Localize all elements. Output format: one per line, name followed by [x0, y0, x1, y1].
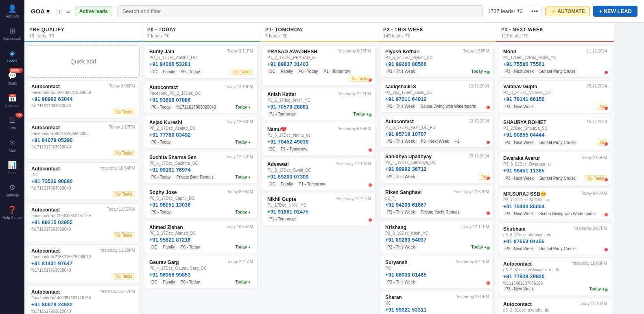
active-leads-button[interactable]: Active leads [75, 7, 112, 16]
menu-icon[interactable]: ≡ [66, 8, 70, 15]
table-row[interactable]: Namu❤️ Yesterday 6:59PM P1_6_17Dec_Namu_… [263, 123, 375, 155]
card-phone[interactable]: +91 91661 02475 [267, 209, 371, 215]
table-row[interactable]: Autocontact Yesterday 11:47PM Facebook №… [27, 286, 140, 314]
card-name: Mohit [503, 49, 516, 55]
table-row[interactable]: Autocontact Today 10:13AM p3_2_31dec_axe… [499, 298, 611, 314]
table-row[interactable]: Ahmed Zishan Today 10:54AM P0_2_17Dec_Ah… [145, 221, 258, 253]
table-row[interactable]: Autocontact 13.12.2024 P1_6_17Dec_yash_D… [381, 115, 493, 148]
table-row[interactable]: Shubham Yesterday 2:07PM p3_8_27dec_shub… [499, 222, 611, 255]
card-phone[interactable]: +91 87553 91456 [503, 238, 607, 244]
table-row[interactable]: Autocontact Today 11:57AM Facebook №1096… [27, 203, 140, 242]
table-row[interactable]: Autocontact Today 12:19PM Facebook_P0_2_… [145, 81, 258, 113]
card-phone[interactable]: +91 93808 07886 [149, 97, 253, 103]
table-row[interactable]: Autocontact Yesterday 11:29PM Facebook №… [27, 244, 140, 283]
table-row[interactable]: Suchita Sharma Sen Today 12:27PM P0_4_17… [145, 151, 258, 183]
card-phone[interactable]: +91 97011 64912 [385, 96, 489, 102]
card-phone[interactable]: +91 70403 85004 [503, 203, 607, 209]
card-phone[interactable]: +91 70578 28881 [267, 104, 371, 110]
table-row[interactable]: Autocontact Today 1:17PM Facebook №96315… [27, 121, 140, 160]
sidebar-item-calendar[interactable]: 📅 Calendar [0, 89, 24, 112]
card-phone[interactable]: +91 84079 05290 [31, 137, 135, 143]
table-row[interactable]: Vaibhav Gupta 15.12.2024 P3_8_24Dec_Vaib… [499, 80, 611, 113]
card-phone[interactable]: +91 78141 66150 [503, 96, 607, 102]
card-tag: Sunset Party Cruise [537, 176, 578, 181]
lists-icon: ☰ [9, 116, 15, 125]
card-phone[interactable]: +91 77838 29930 [503, 273, 607, 279]
table-row[interactable]: Gaurav Garg Today 2:21AM P0_4_17Dec_Gaur… [145, 256, 258, 288]
table-row[interactable]: Sharan Yesterday 2:03PM YC +91 99021 533… [381, 291, 493, 314]
table-row[interactable]: MR.SURAJ SSB😊 Today 9:47AM P3_7_22Dec_SU… [499, 188, 611, 220]
card-tag: Family [161, 69, 177, 74]
task-badge: No Tasks [231, 69, 253, 75]
card-phone[interactable]: +91 73536 90680 [31, 178, 135, 184]
card-phone[interactable]: +91 70452 49039 [267, 139, 371, 145]
card-phone[interactable]: +91 81431 97647 [31, 260, 135, 266]
table-row[interactable]: Dwaraka Avarur Today 2:05PM P3_3_22Dec_D… [499, 152, 611, 185]
table-row[interactable]: Anish Kattar Yesterday 2:22PM P1_2_17dec… [263, 88, 375, 120]
sidebar-item-mail[interactable]: ✉ Mail [0, 134, 24, 157]
card-time: Yesterday 11:47PM [100, 289, 135, 294]
sidebar-item-chats[interactable]: 💬 9999+ Chats [0, 67, 24, 89]
sidebar-item-account[interactable]: 👤 Account [0, 0, 24, 22]
table-row[interactable]: Autocontact Today 3:08PM Facebook №11067… [27, 80, 140, 119]
table-row[interactable]: Asjad Kureshi Today 12:00PM P0_2_17Dec_A… [145, 116, 258, 148]
table-row[interactable]: PRASAD AWADHESH Yesterday 6:36PM P1_2_17… [263, 45, 375, 85]
card-fb: fb1711617963020040 [31, 145, 135, 149]
card-phone[interactable]: +91 94066 53281 [149, 61, 253, 67]
table-row[interactable]: SHAURYA ROHIET 15.12.2024 P3_27Dec_Shaur… [499, 116, 611, 149]
search-input[interactable] [117, 5, 483, 17]
table-row[interactable]: Advswati Yesterday 11:10AM P1_2_17Dec_Sw… [263, 158, 375, 190]
card-phone[interactable]: +91 89280 54037 [385, 237, 489, 243]
card-id: Facebook_P0_2_17Dec_DC [149, 91, 253, 96]
workspace-name[interactable]: GOA ▾ [31, 8, 50, 15]
more-options-button[interactable]: ••• [528, 6, 542, 17]
card-phone[interactable]: +91 99215 03955 [31, 219, 135, 225]
card-name: Shubham [503, 226, 526, 232]
table-row[interactable]: Sophy Jose Today 8:58AM P0_5_17Dec_Sophy… [145, 186, 258, 218]
col-subtitle-pre-qualify: 13 leads: ₹0 [29, 33, 137, 39]
card-phone[interactable]: +91 95718 10707 [385, 131, 489, 137]
table-row[interactable]: Autocontact Yesterday 10:08PM p3_2_31dec… [499, 257, 611, 295]
table-row[interactable]: sadiqshaik18 12.12.2024 P2_2px_17dec_sad… [381, 80, 493, 113]
sidebar-item-lists[interactable]: ☰ 7k Lists [0, 112, 24, 134]
card-phone[interactable]: +91 77780 83492 [149, 132, 253, 138]
new-lead-button[interactable]: + NEW LEAD [593, 6, 637, 17]
card-phone[interactable]: +91 80979 24932 [31, 301, 135, 307]
sidebar-item-dashboard[interactable]: ⊞ Dashboard [0, 22, 24, 45]
table-row[interactable]: Piyush Kothari Today 1:58PM P2_6_24DEC_P… [381, 45, 493, 78]
sidebar-item-help[interactable]: ❓ Help Center [0, 201, 24, 224]
card-phone[interactable]: +91 99021 53311 [385, 307, 489, 313]
automate-button[interactable]: ⚡ AUTOMATE [545, 7, 590, 16]
sidebar-item-settings[interactable]: ⚙ Settings [0, 179, 24, 201]
card-phone[interactable]: +91 94299 61667 [385, 202, 489, 208]
card-phone[interactable]: +91 99266 88566 [385, 61, 489, 67]
bar-chart-icon[interactable]: |↕| [56, 8, 63, 15]
card-phone[interactable]: +91 95821 87216 [149, 237, 253, 243]
col-header-p3: P3 - NEXT WEEK 113 leads: ₹0 [496, 23, 614, 42]
card-name: Suryansh [385, 259, 408, 265]
card-phone[interactable]: +91 96051 13036 [149, 202, 253, 208]
card-phone[interactable]: +91 89200 07309 [267, 174, 371, 180]
card-phone[interactable]: +91 90855 04444 [503, 132, 607, 138]
table-row[interactable]: Sanidhya Upadhyay 15.12.2024 P2_4_19Dec_… [381, 150, 493, 183]
table-row[interactable]: Riken Sanghavi Yesterday 12:52PM p2_7_ +… [381, 186, 493, 218]
sidebar-item-leads[interactable]: ◈ Leads [0, 45, 24, 67]
table-row[interactable]: Autocontact Yesterday 10:54PM DC +91 735… [27, 162, 140, 201]
card-phone[interactable]: +91 96958 99853 [149, 272, 253, 278]
card-phone[interactable]: +91 86030 01465 [385, 272, 489, 278]
table-row[interactable]: Nikhil Gupta Yesterday 11:21AM P1_17Dec_… [263, 193, 375, 225]
card-phone[interactable]: +91 98451 11365 [503, 168, 607, 174]
card-phone[interactable]: +91 98982 63044 [31, 96, 135, 102]
table-row[interactable]: Bunty Jain Today 3:11PM PO_6_17Dec_Aasth… [145, 45, 258, 78]
table-row[interactable]: Krishang Today 12:11PM P2_8_19Dec_Krish_… [381, 221, 493, 253]
sidebar-item-stats[interactable]: 📊 Stats [0, 157, 24, 179]
table-row[interactable]: Mohit 11.12.2024 P3_17Dec_12Pax_Mohit_YC… [499, 45, 611, 78]
card-phone[interactable]: +91 89837 31403 [267, 61, 371, 67]
quick-add-card[interactable]: Quick add [27, 45, 140, 78]
table-row[interactable]: Suryansh Yesterday 3:41PM PQ +91 86030 0… [381, 256, 493, 288]
card-phone[interactable]: +91 98191 76974 [149, 167, 253, 173]
card-tag: DC [267, 146, 277, 152]
card-header: Anish Kattar Yesterday 2:22PM [267, 92, 371, 97]
card-phone[interactable]: +91 99992 36712 [385, 166, 489, 172]
card-phone[interactable]: +91 75586 75561 [503, 61, 607, 67]
